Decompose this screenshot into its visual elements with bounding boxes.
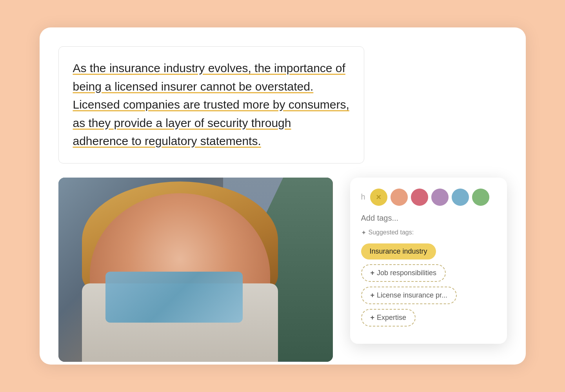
tag-pill-insurance-industry[interactable]: Insurance industry (361, 243, 436, 260)
tag-item-job: + Job responsibilities (361, 264, 496, 282)
color-label: h (361, 192, 365, 201)
tag-label-expertise: Expertise (377, 314, 406, 322)
color-swatch-sky[interactable] (452, 189, 469, 206)
plus-icon-license: + (371, 291, 375, 299)
tag-pill-expertise[interactable]: + Expertise (361, 309, 416, 327)
sparkle-icon: ✦ (361, 229, 366, 236)
color-swatch-lavender[interactable] (431, 189, 449, 206)
video-bg (58, 178, 333, 362)
tag-pill-license-insurance[interactable]: + License insurance pr... (361, 287, 457, 304)
plus-icon-job: + (371, 269, 375, 277)
suggested-text: Suggested tags: (369, 229, 414, 236)
main-card: As the insurance industry evolves, the i… (40, 27, 526, 365)
color-row: h × (361, 189, 496, 206)
color-swatch-yellow[interactable]: × (370, 189, 387, 206)
tag-item-expertise: + Expertise (361, 309, 496, 327)
tag-pill-job-responsibilities[interactable]: + Job responsibilities (361, 264, 446, 282)
tag-label-license: License insurance pr... (377, 291, 447, 299)
tag-panel: h × ✦ Suggested tags: Insurance industry (350, 178, 507, 344)
color-swatch-rose[interactable] (411, 189, 428, 206)
bottom-area: h × ✦ Suggested tags: Insurance industry (58, 178, 507, 362)
tag-item-license: + License insurance pr... (361, 287, 496, 304)
face-scarf (105, 272, 243, 323)
color-swatch-peach[interactable] (391, 189, 408, 206)
add-tags-input[interactable] (361, 214, 496, 229)
tag-item-insurance: Insurance industry (361, 243, 496, 260)
tag-label-job: Job responsibilities (377, 269, 436, 277)
highlighted-paragraph: As the insurance industry evolves, the i… (73, 59, 350, 151)
text-block: As the insurance industry evolves, the i… (58, 46, 364, 163)
video-thumbnail (58, 178, 333, 362)
color-swatch-sage[interactable] (472, 189, 489, 206)
plus-icon-expertise: + (371, 314, 375, 322)
person-face (58, 178, 333, 362)
suggested-tags-label: ✦ Suggested tags: (361, 229, 496, 236)
